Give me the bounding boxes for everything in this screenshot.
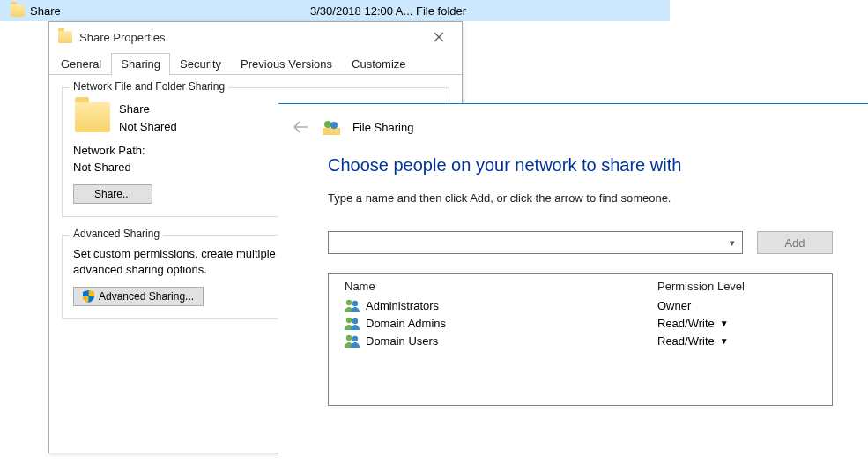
folder-icon	[11, 4, 25, 17]
users-icon	[345, 333, 360, 348]
advanced-sharing-button[interactable]: Advanced Sharing...	[73, 287, 204, 306]
group-title: Network File and Folder Sharing	[70, 80, 228, 93]
list-header: Name Permission Level	[329, 274, 832, 296]
share-item-name: Share	[119, 101, 177, 118]
wizard-heading: Choose people on your network to share w…	[328, 155, 833, 176]
svg-point-5	[346, 318, 352, 323]
permission-level[interactable]: Read/Write ▼	[657, 334, 816, 348]
folder-icon	[75, 102, 110, 132]
svg-rect-0	[323, 128, 340, 135]
file-sharing-wizard: File Sharing Choose people on your netwo…	[278, 103, 868, 464]
svg-point-3	[346, 300, 352, 305]
chevron-down-icon[interactable]: ▼	[720, 318, 729, 328]
wizard-header: File Sharing	[278, 104, 868, 150]
svg-point-7	[346, 335, 352, 341]
principal-name: Administrators	[366, 299, 439, 312]
tab-customize[interactable]: Customize	[342, 53, 415, 76]
tab-previous-versions[interactable]: Previous Versions	[231, 53, 342, 76]
svg-point-2	[330, 122, 338, 129]
wizard-subheading: Type a name and then click Add, or click…	[328, 191, 833, 205]
users-icon	[345, 316, 360, 330]
svg-point-4	[352, 301, 358, 306]
tab-security[interactable]: Security	[170, 53, 231, 76]
list-item[interactable]: Domain UsersRead/Write ▼	[329, 332, 832, 349]
add-button[interactable]: Add	[757, 231, 833, 254]
close-icon	[434, 32, 444, 42]
chevron-down-icon[interactable]: ▼	[720, 336, 729, 346]
file-sharing-icon	[323, 119, 340, 135]
tab-general[interactable]: General	[51, 53, 111, 76]
people-list: Name Permission Level AdministratorsOwne…	[328, 273, 833, 406]
back-button[interactable]	[291, 117, 310, 137]
back-arrow-icon	[293, 121, 308, 133]
explorer-item-date: 3/30/2018 12:00 A...	[310, 4, 416, 18]
svg-point-6	[352, 318, 358, 324]
chevron-down-icon[interactable]: ▾	[728, 237, 737, 249]
permission-level[interactable]: Read/Write ▼	[657, 317, 816, 330]
folder-icon	[58, 31, 72, 43]
group-title: Advanced Sharing	[70, 228, 163, 240]
shield-icon	[83, 290, 94, 303]
column-permission[interactable]: Permission Level	[657, 280, 816, 293]
advanced-sharing-button-label: Advanced Sharing...	[99, 290, 194, 303]
permission-level: Owner	[657, 299, 816, 312]
explorer-item-name: Share	[30, 4, 61, 18]
tabs: General Sharing Security Previous Versio…	[49, 52, 462, 75]
titlebar[interactable]: Share Properties	[49, 22, 462, 52]
list-item[interactable]: AdministratorsOwner	[329, 296, 832, 314]
principal-name: Domain Admins	[366, 317, 446, 330]
explorer-row[interactable]: Share 3/30/2018 12:00 A... File folder	[0, 0, 670, 21]
share-button[interactable]: Share...	[73, 184, 152, 204]
users-icon	[345, 298, 360, 312]
people-input[interactable]	[334, 236, 728, 250]
principal-name: Domain Users	[366, 334, 438, 348]
wizard-title: File Sharing	[352, 121, 413, 134]
share-item-status: Not Shared	[119, 118, 177, 136]
column-name[interactable]: Name	[345, 280, 657, 293]
close-button[interactable]	[423, 26, 455, 48]
tab-sharing[interactable]: Sharing	[111, 53, 170, 76]
people-combobox[interactable]: ▾	[328, 231, 743, 254]
svg-point-8	[352, 336, 358, 341]
list-item[interactable]: Domain AdminsRead/Write ▼	[329, 314, 832, 332]
dialog-title: Share Properties	[79, 31, 166, 44]
explorer-item-type: File folder	[416, 4, 466, 18]
svg-point-1	[324, 121, 331, 128]
